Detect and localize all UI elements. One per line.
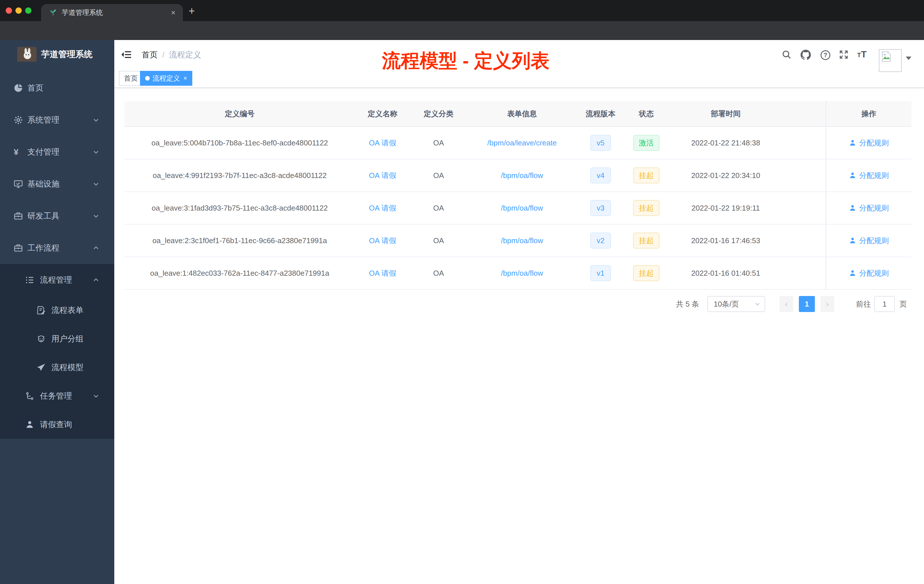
table-row: oa_leave:3:1fad3d93-7b75-11ec-a3c8-acde4… <box>125 192 911 224</box>
minimize-window-button[interactable] <box>15 7 22 14</box>
breadcrumb-home[interactable]: 首页 <box>142 50 158 59</box>
list-icon <box>25 276 34 285</box>
definition-name-link[interactable]: OA 请假 <box>369 203 396 213</box>
chevron-down-icon <box>92 393 99 399</box>
sidebar-item-system[interactable]: 系统管理 <box>0 104 114 136</box>
table-row: oa_leave:1:482ec033-762a-11ec-8477-a2380… <box>125 257 911 290</box>
sidebar-item-workflow[interactable]: 工作流程 <box>0 232 114 264</box>
version-badge: v3 <box>590 200 611 216</box>
close-window-button[interactable] <box>6 7 12 14</box>
table-row: oa_leave:5:004b710b-7b8a-11ec-8ef0-acde4… <box>125 127 911 159</box>
definition-id: oa_leave:4:991f2193-7b7f-11ec-a3c8-acde4… <box>125 159 355 192</box>
form-link[interactable]: /bpm/oa/flow <box>501 204 543 213</box>
gear-icon <box>14 115 23 125</box>
definition-name-link[interactable]: OA 请假 <box>369 138 396 148</box>
deploy-time: 2022-01-16 01:40:51 <box>668 257 783 290</box>
table-row: oa_leave:2:3c1f0ef1-76b1-11ec-9c66-a2380… <box>125 224 911 257</box>
next-page-button[interactable]: › <box>820 296 834 312</box>
font-size-icon[interactable]: TT <box>857 50 866 59</box>
broken-image-icon <box>881 51 892 62</box>
sidebar-item-devtools[interactable]: 研发工具 <box>0 200 114 232</box>
user-icon <box>849 139 856 147</box>
status-badge: 挂起 <box>633 265 660 281</box>
briefcase-icon <box>14 243 23 252</box>
favicon-plant-icon <box>49 8 57 16</box>
tab-close-icon[interactable]: × <box>170 8 177 17</box>
chevron-down-icon <box>92 117 99 124</box>
user-icon <box>25 420 34 429</box>
status-badge: 挂起 <box>633 233 660 249</box>
browser-toolbar: 不安全 dashboard.yudao.iocoder.cn/bpm/manag… <box>0 21 924 40</box>
deploy-time: 2022-01-22 20:34:10 <box>668 159 783 192</box>
chevron-down-icon <box>92 213 99 219</box>
sidebar-fold-icon[interactable] <box>121 50 132 59</box>
browser-tabstrip: 芋道管理系统 × + <box>0 0 924 21</box>
avatar-caret-icon[interactable] <box>906 56 911 60</box>
github-icon[interactable] <box>800 50 811 60</box>
user-icon <box>849 172 856 179</box>
sidebar-item-process-model[interactable]: 流程模型 <box>0 353 114 382</box>
active-dot-icon <box>145 76 150 81</box>
version-badge: v5 <box>590 135 611 151</box>
prev-page-button[interactable]: ‹ <box>779 296 793 312</box>
version-badge: v2 <box>590 233 611 249</box>
table-header-row: 定义编号 定义名称 定义分类 表单信息 流程版本 状态 部署时间 操作 <box>125 101 911 127</box>
goto-page-input[interactable] <box>874 296 895 312</box>
status-badge: 激活 <box>633 135 660 151</box>
breadcrumb-current: 流程定义 <box>169 50 201 59</box>
deploy-time: 2022-01-22 19:19:11 <box>668 192 783 224</box>
definition-category: OA <box>410 224 467 257</box>
assign-rule-button[interactable]: 分配规则 <box>849 236 889 246</box>
breadcrumb-separator: / <box>162 50 165 59</box>
form-link[interactable]: /bpm/oa/flow <box>501 171 543 180</box>
definition-name-link[interactable]: OA 请假 <box>369 236 396 246</box>
maximize-window-button[interactable] <box>25 7 31 14</box>
version-badge: v4 <box>590 167 611 183</box>
definition-id: oa_leave:5:004b710b-7b8a-11ec-8ef0-acde4… <box>125 127 355 159</box>
definition-name-link[interactable]: OA 请假 <box>369 171 396 181</box>
chevron-up-icon <box>92 244 99 251</box>
sidebar-item-home[interactable]: 首页 <box>0 72 114 104</box>
sidebar-item-process-mgmt[interactable]: 流程管理 <box>0 264 114 296</box>
assign-rule-button[interactable]: 分配规则 <box>849 138 889 148</box>
monitor-icon <box>14 180 23 188</box>
page-size-select[interactable]: 10条/页 <box>708 296 765 312</box>
dashboard-icon <box>14 83 23 92</box>
definition-category: OA <box>410 192 467 224</box>
new-tab-button[interactable]: + <box>188 3 195 18</box>
definition-id: oa_leave:3:1fad3d93-7b75-11ec-a3c8-acde4… <box>125 192 355 224</box>
yen-icon: ¥ <box>14 147 18 157</box>
sidebar-item-process-form[interactable]: 流程表单 <box>0 296 114 325</box>
deploy-time: 2022-01-22 21:48:38 <box>668 127 783 159</box>
tag-home[interactable]: 首页 <box>119 71 143 86</box>
sidebar-item-payment[interactable]: ¥ 支付管理 <box>0 136 114 168</box>
table-row: oa_leave:4:991f2193-7b7f-11ec-a3c8-acde4… <box>125 159 911 192</box>
chevron-down-icon <box>92 181 99 187</box>
assign-rule-button[interactable]: 分配规则 <box>849 171 889 181</box>
tag-close-icon[interactable]: × <box>183 75 187 81</box>
tag-process-definition[interactable]: 流程定义 × <box>140 71 192 86</box>
sidebar-logo[interactable]: 芋道管理系统 <box>0 40 114 69</box>
form-link[interactable]: /bpm/oa/flow <box>501 269 543 278</box>
chevron-down-icon <box>92 148 99 155</box>
form-link[interactable]: /bpm/oa/flow <box>501 236 543 245</box>
sidebar-item-task-mgmt[interactable]: 任务管理 <box>0 382 114 410</box>
help-icon[interactable]: ? <box>820 50 830 60</box>
definition-name-link[interactable]: OA 请假 <box>369 268 396 278</box>
definition-category: OA <box>410 257 467 290</box>
browser-tab[interactable]: 芋道管理系统 × <box>41 4 183 21</box>
sidebar-item-infrastructure[interactable]: 基础设施 <box>0 168 114 200</box>
form-icon <box>36 306 46 315</box>
user-icon <box>849 204 856 212</box>
search-icon[interactable] <box>782 50 792 59</box>
assign-rule-button[interactable]: 分配规则 <box>849 203 889 213</box>
goto-label: 前往 <box>856 296 871 312</box>
form-link[interactable]: /bpm/oa/leave/create <box>487 139 557 147</box>
definition-category: OA <box>410 159 467 192</box>
avatar[interactable] <box>879 49 902 72</box>
sidebar-item-leave-query[interactable]: 请假查询 <box>0 410 114 439</box>
sidebar-item-user-group[interactable]: 用户分组 <box>0 325 114 353</box>
page-number-1[interactable]: 1 <box>799 296 815 312</box>
fullscreen-icon[interactable] <box>839 50 848 59</box>
assign-rule-button[interactable]: 分配规则 <box>849 268 889 278</box>
